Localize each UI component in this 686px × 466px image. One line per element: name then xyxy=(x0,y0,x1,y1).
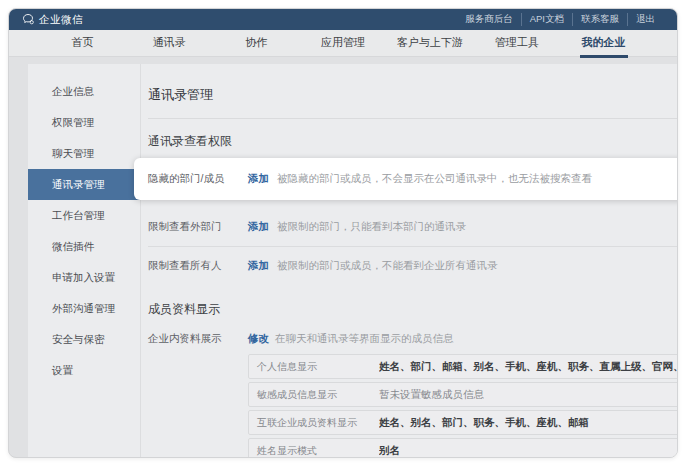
row-description: 在聊天和通讯录等界面显示的成员信息 xyxy=(275,332,454,346)
cell-label: 互联企业成员资料显示 xyxy=(257,416,379,430)
row-label: 限制查看外部门 xyxy=(148,220,248,234)
row-restrict-other-departments: 限制查看外部门 添加 被限制的部门，只能看到本部门的通讯录 xyxy=(148,210,677,244)
app-window: 企业微信 服务商后台 API文档 联系客服 退出 首页 通讯录 协作 应用管理 … xyxy=(8,8,678,458)
brand-label: 企业微信 xyxy=(39,13,83,27)
table-row-name-display-mode: 姓名显示模式 别名 xyxy=(248,438,677,457)
tab-customers[interactable]: 客户与上下游 xyxy=(386,30,473,56)
cell-label: 姓名显示模式 xyxy=(257,444,379,458)
table-row-linked-enterprise: 互联企业成员资料显示 姓名、别名、部门、职务、手机、座机、邮箱 xyxy=(248,410,677,435)
tab-contacts[interactable]: 通讯录 xyxy=(126,30,213,56)
topbar-link-provider[interactable]: 服务商后台 xyxy=(457,13,521,26)
cell-value: 姓名、别名、部门、职务、手机、座机、邮箱 xyxy=(379,416,589,430)
row-restrict-everyone: 限制查看所有人 添加 被限制的部门或成员，不能看到企业所有通讯录 xyxy=(148,249,677,283)
topbar-link-logout[interactable]: 退出 xyxy=(627,13,663,26)
row-hidden-departments: 隐藏的部门/成员 添加 被隐藏的部门或成员，不会显示在公司通讯录中，也无法被搜索… xyxy=(134,158,677,200)
sidebar-item-settings[interactable]: 设置 xyxy=(28,355,140,386)
cell-value: 暂未设置敏感成员信息 xyxy=(379,388,484,402)
sidebar: 企业信息 权限管理 聊天管理 通讯录管理 工作台管理 微信插件 申请加入设置 外… xyxy=(28,64,141,457)
sidebar-item-permission[interactable]: 权限管理 xyxy=(28,107,140,138)
sidebar-item-security[interactable]: 安全与保密 xyxy=(28,324,140,355)
topbar-links: 服务商后台 API文档 联系客服 退出 xyxy=(457,13,663,26)
divider xyxy=(148,246,677,247)
cell-label: 个人信息显示 xyxy=(257,360,379,374)
row-label: 限制查看所有人 xyxy=(148,259,248,273)
row-internal-profile: 企业内资料展示 修改 在聊天和通讯录等界面显示的成员信息 xyxy=(148,326,677,354)
topbar: 企业微信 服务商后台 API文档 联系客服 退出 xyxy=(9,9,677,30)
tab-admin-tools[interactable]: 管理工具 xyxy=(473,30,560,56)
sidebar-item-contacts-management[interactable]: 通讯录管理 xyxy=(28,169,140,200)
member-info-table: 个人信息显示 姓名、部门、邮箱、别名、手机、座机、职务、直属上级、官网、测...… xyxy=(248,354,677,457)
sidebar-item-chat-management[interactable]: 聊天管理 xyxy=(28,138,140,169)
add-link[interactable]: 添加 xyxy=(248,259,269,273)
sidebar-item-external-comm[interactable]: 外部沟通管理 xyxy=(28,293,140,324)
add-link[interactable]: 添加 xyxy=(248,172,269,186)
row-label: 隐藏的部门/成员 xyxy=(148,172,248,186)
section-title-view-permission: 通讯录查看权限 xyxy=(148,119,677,158)
main-content: 通讯录管理 通讯录查看权限 隐藏的部门/成员 添加 被隐藏的部门或成员，不会显示… xyxy=(141,64,677,457)
sidebar-item-workbench[interactable]: 工作台管理 xyxy=(28,200,140,231)
tab-collaboration[interactable]: 协作 xyxy=(213,30,300,56)
tab-home[interactable]: 首页 xyxy=(39,30,126,56)
row-description: 被隐藏的部门或成员，不会显示在公司通讯录中，也无法被搜索查看 xyxy=(277,172,592,186)
section-title-member-profile: 成员资料显示 xyxy=(148,283,677,326)
page-title: 通讯录管理 xyxy=(148,78,677,118)
row-label: 企业内资料展示 xyxy=(148,332,248,346)
cell-value: 姓名、部门、邮箱、别名、手机、座机、职务、直属上级、官网、测... xyxy=(379,360,677,374)
modify-link[interactable]: 修改 xyxy=(248,332,269,346)
sidebar-item-company-info[interactable]: 企业信息 xyxy=(28,76,140,107)
sidebar-item-wechat-plugin[interactable]: 微信插件 xyxy=(28,231,140,262)
table-row-personal-info: 个人信息显示 姓名、部门、邮箱、别名、手机、座机、职务、直属上级、官网、测... xyxy=(248,354,677,379)
wecom-logo-icon xyxy=(23,14,35,25)
nav-tabbar: 首页 通讯录 协作 应用管理 客户与上下游 管理工具 我的企业 xyxy=(9,30,677,57)
row-description: 被限制的部门或成员，不能看到企业所有通讯录 xyxy=(277,259,498,273)
tab-my-enterprise[interactable]: 我的企业 xyxy=(560,30,647,56)
topbar-link-api-docs[interactable]: API文档 xyxy=(521,13,572,26)
add-link[interactable]: 添加 xyxy=(248,220,269,234)
table-row-sensitive-info: 敏感成员信息显示 暂未设置敏感成员信息 xyxy=(248,382,677,407)
cell-label: 敏感成员信息显示 xyxy=(257,388,379,402)
row-description: 被限制的部门，只能看到本部门的通讯录 xyxy=(277,220,466,234)
sidebar-item-join-settings[interactable]: 申请加入设置 xyxy=(28,262,140,293)
cell-value: 别名 xyxy=(379,444,400,458)
page-body: 企业信息 权限管理 聊天管理 通讯录管理 工作台管理 微信插件 申请加入设置 外… xyxy=(9,57,677,457)
brand[interactable]: 企业微信 xyxy=(23,13,83,27)
topbar-link-support[interactable]: 联系客服 xyxy=(572,13,627,26)
tab-app-management[interactable]: 应用管理 xyxy=(300,30,387,56)
